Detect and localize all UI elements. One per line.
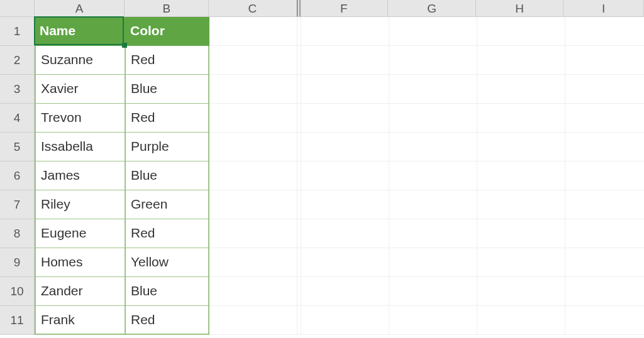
table-row: Riley Green <box>35 190 644 219</box>
cell-F10[interactable] <box>301 277 389 306</box>
cell-C11[interactable] <box>209 306 297 335</box>
cell-H5[interactable] <box>477 133 565 161</box>
cell-A3[interactable]: Xavier <box>35 75 125 104</box>
cell-B3[interactable]: Blue <box>125 75 209 104</box>
cell-B9[interactable]: Yellow <box>125 248 209 277</box>
cell-B1[interactable]: Color <box>125 17 209 46</box>
cell-I2[interactable] <box>565 46 644 75</box>
cell-B6[interactable]: Blue <box>125 161 209 190</box>
cell-C9[interactable] <box>209 248 297 277</box>
cell-G7[interactable] <box>389 190 477 219</box>
cell-H4[interactable] <box>477 104 565 133</box>
cell-C4[interactable] <box>209 104 297 133</box>
cell-H1[interactable] <box>477 17 565 46</box>
cell-F9[interactable] <box>301 248 389 277</box>
cell-B8[interactable]: Red <box>125 219 209 248</box>
cell-A1[interactable]: Name <box>35 17 125 46</box>
cell-H11[interactable] <box>477 306 565 335</box>
cell-I7[interactable] <box>565 190 644 219</box>
col-head-I[interactable]: I <box>564 0 644 17</box>
cell-H7[interactable] <box>477 190 565 219</box>
cell-I4[interactable] <box>565 104 644 133</box>
cell-C1[interactable] <box>209 17 297 46</box>
cell-A5[interactable]: Issabella <box>35 133 125 161</box>
cell-I6[interactable] <box>565 161 644 190</box>
cell-C5[interactable] <box>209 133 297 161</box>
row-head-3[interactable]: 3 <box>0 75 35 104</box>
cell-F7[interactable] <box>301 190 389 219</box>
cell-G10[interactable] <box>389 277 477 306</box>
cell-H3[interactable] <box>477 75 565 104</box>
cell-I8[interactable] <box>565 219 644 248</box>
cell-I1[interactable] <box>565 17 644 46</box>
row-head-5[interactable]: 5 <box>0 133 35 161</box>
col-head-A[interactable]: A <box>35 0 125 17</box>
cell-A7[interactable]: Riley <box>35 190 125 219</box>
cell-G9[interactable] <box>389 248 477 277</box>
select-all-corner[interactable] <box>0 0 35 17</box>
cell-H6[interactable] <box>477 161 565 190</box>
cell-C8[interactable] <box>209 219 297 248</box>
row-head-1[interactable]: 1 <box>0 17 35 46</box>
cell-B5[interactable]: Purple <box>125 133 209 161</box>
col-head-B[interactable]: B <box>125 0 209 17</box>
col-head-C[interactable]: C <box>209 0 297 17</box>
cell-F4[interactable] <box>301 104 389 133</box>
cell-F11[interactable] <box>301 306 389 335</box>
cell-I3[interactable] <box>565 75 644 104</box>
cell-A2[interactable]: Suzanne <box>35 46 125 75</box>
cell-F3[interactable] <box>301 75 389 104</box>
cell-C7[interactable] <box>209 190 297 219</box>
cell-F6[interactable] <box>301 161 389 190</box>
row-head-2[interactable]: 2 <box>0 46 35 75</box>
cell-G8[interactable] <box>389 219 477 248</box>
row-head-10[interactable]: 10 <box>0 277 35 306</box>
cell-G3[interactable] <box>389 75 477 104</box>
row-head-4[interactable]: 4 <box>0 104 35 133</box>
cell-C3[interactable] <box>209 75 297 104</box>
col-head-H[interactable]: H <box>476 0 564 17</box>
row-head-8[interactable]: 8 <box>0 219 35 248</box>
cell-H8[interactable] <box>477 219 565 248</box>
cell-A10[interactable]: Zander <box>35 277 125 306</box>
row-head-11[interactable]: 11 <box>0 306 35 335</box>
cell-G6[interactable] <box>389 161 477 190</box>
cell-F1[interactable] <box>301 17 389 46</box>
cell-I10[interactable] <box>565 277 644 306</box>
cell-A9[interactable]: Homes <box>35 248 125 277</box>
row-head-6[interactable]: 6 <box>0 161 35 190</box>
cell-F5[interactable] <box>301 133 389 161</box>
cell-I11[interactable] <box>565 306 644 335</box>
cell-C10[interactable] <box>209 277 297 306</box>
cell-B7[interactable]: Green <box>125 190 209 219</box>
cell-A11[interactable]: Frank <box>35 306 125 335</box>
row-head-7[interactable]: 7 <box>0 190 35 219</box>
cell-G2[interactable] <box>389 46 477 75</box>
cell-I5[interactable] <box>565 133 644 161</box>
cell-B2[interactable]: Red <box>125 46 209 75</box>
cell-G4[interactable] <box>389 104 477 133</box>
table-row: Eugene Red <box>35 219 644 248</box>
table-row: Trevon Red <box>35 104 644 133</box>
cell-F2[interactable] <box>301 46 389 75</box>
col-head-G[interactable]: G <box>388 0 476 17</box>
cell-G11[interactable] <box>389 306 477 335</box>
cell-A4[interactable]: Trevon <box>35 104 125 133</box>
cell-G5[interactable] <box>389 133 477 161</box>
row-head-9[interactable]: 9 <box>0 248 35 277</box>
cell-B10[interactable]: Blue <box>125 277 209 306</box>
cell-I9[interactable] <box>565 248 644 277</box>
col-head-F[interactable]: F <box>301 0 389 17</box>
cell-C2[interactable] <box>209 46 297 75</box>
cell-B4[interactable]: Red <box>125 104 209 133</box>
cell-A8[interactable]: Eugene <box>35 219 125 248</box>
cell-G1[interactable] <box>389 17 477 46</box>
cell-H10[interactable] <box>477 277 565 306</box>
cell-A6[interactable]: James <box>35 161 125 190</box>
cell-C6[interactable] <box>209 161 297 190</box>
cell-F8[interactable] <box>301 219 389 248</box>
cell-H2[interactable] <box>477 46 565 75</box>
cell-B11[interactable]: Red <box>125 306 209 335</box>
cell-H9[interactable] <box>477 248 565 277</box>
cell-grid[interactable]: Name Color Suzanne Red Xavier Blue <box>35 17 644 338</box>
